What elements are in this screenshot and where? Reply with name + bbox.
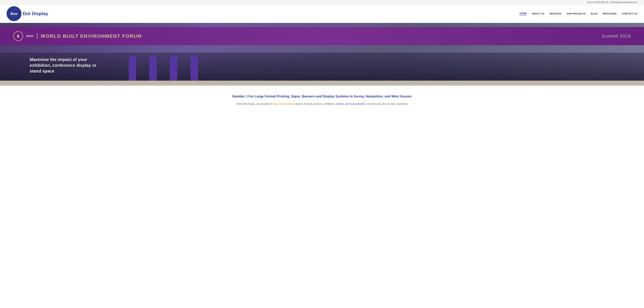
large-format-link[interactable]: large format printing	[273, 102, 294, 105]
body-middle: solutions for retail, business, exhibiti…	[294, 102, 336, 105]
logo-dot-display: Dot Display	[23, 11, 48, 16]
ground	[0, 81, 644, 86]
body-end: . Our team has over 20 years' experience	[366, 102, 408, 105]
body-start: At Bluedot Display, we specialise in	[236, 102, 273, 105]
logo-circle-text: Blue	[10, 12, 18, 16]
rics-lion-icon: ♞	[13, 31, 23, 41]
body-paragraph: At Bluedot Display, we specialise in lar…	[230, 102, 414, 106]
hero-section: ♞ RICS® WORLD BUILT ENVIRONMENT FORUM Su…	[0, 23, 644, 86]
logo-text: Dot Display	[23, 11, 48, 16]
nav-contact-us[interactable]: CONTACT US	[622, 12, 638, 15]
nav-home[interactable]: HOME	[520, 12, 527, 15]
nav-about-us[interactable]: ABOUT US	[532, 12, 544, 15]
banner-title: WORLD BUILT ENVIRONMENT FORUM	[37, 33, 142, 39]
summit-text: Summit 2018	[602, 34, 631, 39]
main-headline: Number 1 For Large Format Printing, Sign…	[230, 94, 414, 99]
nav-brochure[interactable]: BROCHURE	[603, 12, 617, 15]
logo-area[interactable]: Blue Dot Display	[6, 6, 48, 21]
hero-headline: Maximise the impact of your exhibition, …	[30, 57, 109, 74]
schools-link[interactable]: schools, and local authorities	[336, 102, 366, 105]
rics-label: RICS®	[26, 35, 34, 38]
nav-services[interactable]: SERVICES	[550, 12, 562, 15]
rics-banner: ♞ RICS® WORLD BUILT ENVIRONMENT FORUM Su…	[0, 27, 644, 45]
main-nav: HOME ABOUT US SERVICES OUR PROJECTS BLOG…	[520, 12, 638, 15]
top-bar: Call Us 01483 861168 · printing@bluedotd…	[0, 0, 644, 4]
nav-our-projects[interactable]: OUR PROJECTS	[566, 12, 586, 15]
contact-info: Call Us 01483 861168 · printing@bluedotd…	[587, 1, 638, 4]
logo-circle: Blue	[6, 6, 22, 21]
hero-background: ♞ RICS® WORLD BUILT ENVIRONMENT FORUM Su…	[0, 23, 644, 86]
header: Blue Dot Display HOME ABOUT US SERVICES …	[0, 4, 644, 23]
nav-blog[interactable]: BLOG	[591, 12, 598, 15]
content-section: Number 1 For Large Format Printing, Sign…	[223, 86, 421, 111]
